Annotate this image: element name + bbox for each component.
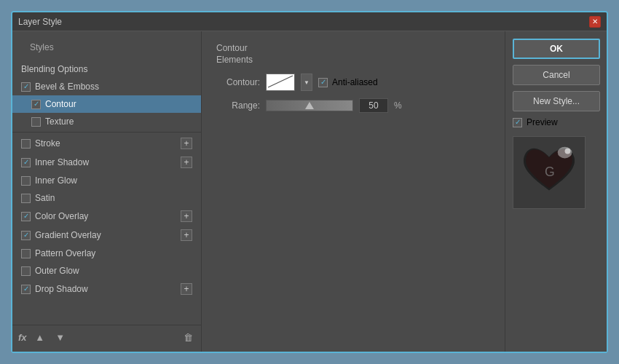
svg-point-4: [565, 149, 571, 154]
down-arrow-icon: ▼: [55, 332, 65, 343]
anti-alias-row: Anti-aliased: [318, 77, 378, 87]
gradient-overlay-add-button[interactable]: +: [181, 229, 192, 241]
sidebar-item-pattern-overlay[interactable]: Pattern Overlay: [12, 245, 201, 262]
preview-checkbox[interactable]: [513, 118, 522, 127]
inner-glow-checkbox[interactable]: [21, 176, 31, 186]
anti-alias-checkbox[interactable]: [318, 78, 328, 87]
sidebar-item-blending-options[interactable]: Blending Options: [12, 60, 201, 78]
inner-shadow-add-button[interactable]: +: [181, 157, 192, 168]
pattern-overlay-checkbox[interactable]: [21, 249, 31, 258]
preview-image: G: [513, 137, 585, 208]
color-overlay-add-button[interactable]: +: [181, 210, 192, 222]
sidebar-section-label: Styles: [21, 38, 63, 57]
color-overlay-checkbox[interactable]: [21, 212, 31, 221]
main-content: Contour Elements Contour: ▼: [202, 31, 505, 352]
sidebar-item-label: Color Overlay: [35, 211, 88, 221]
texture-checkbox[interactable]: [31, 117, 41, 127]
sidebar-item-label: Gradient Overlay: [35, 230, 101, 240]
inner-shadow-checkbox[interactable]: [21, 158, 31, 167]
sidebar-item-label: Pattern Overlay: [35, 248, 95, 258]
drop-shadow-checkbox[interactable]: [21, 285, 31, 294]
range-label: Range:: [216, 100, 260, 111]
new-style-button[interactable]: New Style...: [513, 91, 600, 111]
dialog-title: Layer Style: [18, 17, 589, 27]
sidebar-item-texture[interactable]: Texture: [12, 113, 201, 130]
sidebar: Styles Blending Options Bevel & Emboss C…: [12, 31, 202, 352]
anti-alias-label: Anti-aliased: [332, 77, 378, 87]
svg-text:G: G: [545, 165, 555, 179]
layer-style-dialog: Layer Style ✕ Styles Blending Options Be…: [11, 11, 608, 353]
preview-label: Preview: [527, 117, 558, 127]
close-icon: ✕: [592, 17, 598, 25]
sidebar-item-label: Bevel & Emboss: [35, 82, 99, 92]
section-subtitle: Elements: [216, 55, 490, 65]
delete-style-button[interactable]: 🗑: [181, 330, 195, 344]
sidebar-item-label: Texture: [45, 116, 74, 127]
contour-checkbox[interactable]: [31, 100, 41, 109]
sidebar-item-label: Inner Glow: [35, 175, 77, 186]
sidebar-item-inner-shadow[interactable]: Inner Shadow +: [12, 153, 201, 172]
bevel-emboss-checkbox[interactable]: [21, 82, 31, 92]
range-row: Range: %: [216, 98, 490, 113]
close-button[interactable]: ✕: [589, 16, 601, 28]
move-down-button[interactable]: ▼: [53, 330, 68, 344]
sidebar-item-label: Satin: [35, 193, 55, 203]
sidebar-item-bevel-emboss[interactable]: Bevel & Emboss: [12, 78, 201, 95]
trash-icon: 🗑: [184, 332, 193, 343]
sidebar-item-label: Drop Shadow: [35, 284, 88, 294]
sidebar-item-satin[interactable]: Satin: [12, 189, 201, 207]
contour-label: Contour:: [216, 77, 260, 87]
range-value-input[interactable]: [359, 98, 388, 113]
titlebar: Layer Style ✕: [12, 12, 607, 31]
fx-label: fx: [18, 332, 27, 343]
preview-row: Preview: [513, 117, 599, 127]
contour-row: Contour: ▼ Anti-aliased: [216, 74, 490, 91]
ok-button[interactable]: OK: [513, 39, 600, 59]
sidebar-item-label: Stroke: [35, 138, 60, 149]
range-unit: %: [394, 100, 402, 111]
range-slider[interactable]: [266, 100, 353, 111]
contour-preview[interactable]: [266, 74, 295, 91]
sidebar-item-drop-shadow[interactable]: Drop Shadow +: [12, 280, 201, 298]
drop-shadow-add-button[interactable]: +: [181, 283, 192, 295]
sidebar-item-color-overlay[interactable]: Color Overlay +: [12, 207, 201, 226]
sidebar-item-styles[interactable]: Styles: [12, 34, 201, 60]
sidebar-item-contour[interactable]: Contour: [12, 95, 201, 113]
range-slider-thumb: [305, 102, 314, 109]
section-title: Contour: [216, 43, 490, 53]
cancel-button[interactable]: Cancel: [513, 65, 600, 85]
sidebar-item-label: Contour: [45, 99, 76, 109]
outer-glow-checkbox[interactable]: [21, 266, 31, 276]
sidebar-item-stroke[interactable]: Stroke +: [12, 134, 201, 153]
move-up-button[interactable]: ▲: [33, 330, 47, 344]
satin-checkbox[interactable]: [21, 194, 31, 203]
right-panel: OK Cancel New Style... Preview: [505, 31, 607, 352]
stroke-add-button[interactable]: +: [181, 138, 192, 149]
contour-curve-icon: [267, 74, 294, 90]
stroke-checkbox[interactable]: [21, 139, 31, 149]
sidebar-item-label: Inner Shadow: [35, 157, 89, 167]
gradient-overlay-checkbox[interactable]: [21, 231, 31, 240]
dialog-body: Styles Blending Options Bevel & Emboss C…: [12, 31, 607, 352]
sidebar-item-inner-glow[interactable]: Inner Glow: [12, 172, 201, 189]
sidebar-item-label: Blending Options: [21, 64, 87, 74]
up-arrow-icon: ▲: [35, 332, 44, 343]
sidebar-item-label: Outer Glow: [35, 266, 79, 276]
preview-canvas: G: [513, 136, 586, 209]
sidebar-bottom: fx ▲ ▼ 🗑: [12, 325, 201, 349]
sidebar-item-gradient-overlay[interactable]: Gradient Overlay +: [12, 226, 201, 245]
contour-dropdown-arrow[interactable]: ▼: [301, 74, 312, 91]
sidebar-item-outer-glow[interactable]: Outer Glow: [12, 262, 201, 280]
